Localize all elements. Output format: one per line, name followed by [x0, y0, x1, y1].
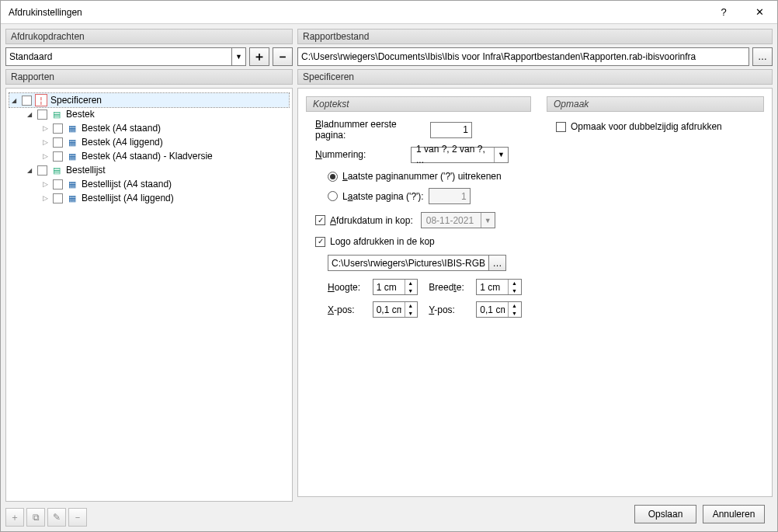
document-icon: ▦: [66, 122, 78, 134]
report-file-header: Rapportbestand: [297, 29, 773, 44]
remove-button[interactable]: －: [68, 508, 87, 527]
tree-label: Bestek (A4 staand) - Kladversie: [82, 151, 213, 162]
xpos-spinner[interactable]: ▲▼: [373, 301, 419, 318]
chevron-down-icon[interactable]: ▼: [231, 48, 245, 65]
dialog-buttons: Opslaan Annuleren: [297, 500, 773, 531]
checkbox-icon[interactable]: [315, 215, 325, 225]
expand-toggle[interactable]: [25, 165, 34, 175]
expand-toggle[interactable]: [25, 110, 34, 119]
print-date-check[interactable]: Afdrukdatum in kop: 08-11-2021 ▼: [315, 212, 522, 228]
reports-tree[interactable]: ¦ Specificeren ▤ Bestek ▦ Bestek (A4 sta…: [5, 88, 293, 502]
expand-toggle[interactable]: [40, 179, 50, 189]
header-subgroup: Koptekst: [306, 96, 531, 112]
tree-checkbox[interactable]: [53, 137, 63, 148]
document-icon: ▦: [66, 178, 78, 190]
window-title: Afdrukinstellingen: [9, 7, 82, 18]
specify-header: Specificeren: [297, 69, 773, 85]
remove-job-button[interactable]: －: [273, 47, 293, 66]
radio-icon[interactable]: [328, 191, 338, 201]
fixed-last-page-field: [429, 188, 471, 204]
expand-toggle[interactable]: [9, 96, 19, 105]
checkbox-icon[interactable]: [556, 122, 566, 132]
expand-toggle[interactable]: [40, 151, 50, 161]
title-bar: Afdrukinstellingen ? ✕: [1, 1, 777, 24]
height-spinner[interactable]: ▲▼: [373, 279, 419, 295]
lower-row: Rapporten ¦ Specificeren ▤ Bestek: [5, 69, 773, 531]
window-controls: ? ✕: [706, 1, 777, 23]
print-date-value: 08-11-2021: [422, 215, 481, 226]
add-job-button[interactable]: ＋: [249, 47, 269, 66]
tree-checkbox[interactable]: [37, 165, 47, 176]
specify-panel: Koptekst BBladnummer eerste pagina:ladnu…: [297, 88, 773, 497]
duplex-check[interactable]: Opmaak voor dubbelzijdig afdrukken: [556, 121, 755, 132]
tree-node-bestek[interactable]: ▤ Bestek: [9, 107, 289, 121]
print-date-field: 08-11-2021 ▼: [421, 212, 495, 228]
width-spinner[interactable]: ▲▼: [476, 279, 522, 295]
ypos-label: Y-pos:: [429, 304, 465, 315]
tree-node-bestellijst[interactable]: ▤ Bestellijst: [9, 163, 289, 177]
numbering-dropdown[interactable]: 1 van ?, 2 van ?, ... ▼: [411, 147, 509, 163]
cancel-button[interactable]: Annuleren: [703, 505, 765, 523]
tree-label: Bestek: [66, 109, 95, 120]
tree-toolbar: ＋ ⧉ ✎ －: [5, 505, 293, 531]
tree-label: Bestek (A4 staand): [82, 123, 161, 134]
tree-label: Bestellijst: [66, 165, 106, 176]
ypos-spinner[interactable]: ▲▼: [476, 301, 522, 318]
tree-checkbox[interactable]: [37, 110, 47, 120]
tree-item[interactable]: ▦ Bestek (A4 staand): [9, 121, 289, 135]
browse-logo-button[interactable]: …: [489, 255, 506, 271]
add-button[interactable]: ＋: [5, 508, 24, 527]
expand-toggle[interactable]: [40, 193, 50, 203]
copy-button[interactable]: ⧉: [26, 508, 45, 527]
chevron-down-icon: ▼: [481, 213, 495, 228]
print-job-combo[interactable]: ▼: [5, 47, 246, 66]
page-number-field[interactable]: [430, 122, 472, 138]
tree-checkbox[interactable]: [53, 193, 63, 203]
tree-checkbox[interactable]: [22, 96, 32, 106]
report-file-path-input[interactable]: [297, 47, 749, 66]
chevron-down-icon[interactable]: ▼: [494, 148, 508, 162]
document-icon: ▦: [66, 150, 78, 162]
document-icon: ▦: [66, 136, 78, 148]
logo-path-input[interactable]: [328, 255, 489, 271]
tree-label: Bestellijst (A4 staand): [82, 179, 172, 190]
tree-item[interactable]: ▦ Bestek (A4 staand) - Kladversie: [9, 149, 289, 163]
checkbox-icon[interactable]: [315, 237, 325, 247]
folder-icon: ▤: [50, 108, 63, 120]
xpos-label: X-pos:: [328, 304, 362, 315]
content-area: Afdrukopdrachten ▼ ＋ － Rapportbestand …: [1, 24, 777, 531]
numbering-value: 1 van ?, 2 van ?, ...: [412, 144, 494, 165]
tree-label: Specificeren: [50, 95, 102, 106]
radio-calc-last-page[interactable]: Laatste paginanummer ('?') uitrekenen: [328, 171, 522, 182]
tree-item[interactable]: ▦ Bestek (A4 liggend): [9, 135, 289, 149]
expand-toggle[interactable]: [40, 137, 50, 147]
folder-icon: ▤: [50, 164, 63, 176]
help-button[interactable]: ?: [706, 1, 742, 23]
numbering-label: Nummering:: [315, 149, 405, 160]
tree-checkbox[interactable]: [53, 151, 63, 162]
reports-header: Rapporten: [5, 69, 293, 85]
tree-checkbox[interactable]: [53, 179, 63, 190]
print-logo-check[interactable]: Logo afdrukken in de kop: [315, 236, 522, 247]
expand-toggle[interactable]: [40, 123, 50, 133]
close-button[interactable]: ✕: [742, 1, 777, 23]
radio-icon[interactable]: [328, 172, 338, 182]
page-number-label: BBladnummer eerste pagina:ladnummer eers…: [315, 119, 424, 141]
tree-item[interactable]: ▦ Bestellijst (A4 staand): [9, 177, 289, 191]
tree-root-specificeren[interactable]: ¦ Specificeren: [9, 93, 289, 107]
tree-checkbox[interactable]: [53, 123, 63, 134]
tree-item[interactable]: ▦ Bestellijst (A4 liggend): [9, 191, 289, 205]
save-button[interactable]: Opslaan: [634, 505, 696, 523]
layout-subgroup: Opmaak: [547, 96, 764, 112]
print-settings-dialog: Afdrukinstellingen ? ✕ Afdrukopdrachten …: [0, 0, 778, 532]
radio-fixed-last-page[interactable]: Laatste pagina ('?'):: [328, 188, 522, 204]
spec-icon: ¦: [35, 94, 47, 106]
tree-label: Bestek (A4 liggend): [82, 137, 163, 148]
document-icon: ▦: [66, 192, 78, 204]
upper-row: Afdrukopdrachten ▼ ＋ － Rapportbestand …: [5, 29, 773, 66]
height-label: Hoogte:: [328, 282, 362, 293]
edit-button[interactable]: ✎: [47, 508, 66, 527]
browse-report-file-button[interactable]: …: [752, 47, 773, 66]
print-job-input[interactable]: [6, 51, 231, 62]
tree-label: Bestellijst (A4 liggend): [82, 193, 174, 203]
